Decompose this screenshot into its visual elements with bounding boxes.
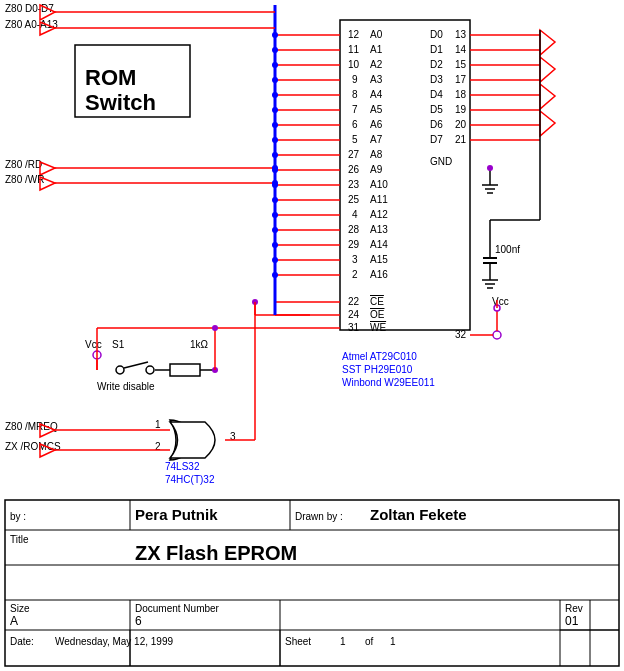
svg-text:10: 10: [348, 59, 360, 70]
svg-text:21: 21: [455, 134, 467, 145]
svg-text:D0: D0: [430, 29, 443, 40]
svg-text:A15: A15: [370, 254, 388, 265]
svg-text:D6: D6: [430, 119, 443, 130]
svg-text:28: 28: [348, 224, 360, 235]
svg-text:A9: A9: [370, 164, 383, 175]
svg-text:Date:: Date:: [10, 636, 34, 647]
svg-text:D7: D7: [430, 134, 443, 145]
svg-text:Pera Putnik: Pera Putnik: [135, 506, 218, 523]
svg-text:Atmel AT29C010: Atmel AT29C010: [342, 351, 417, 362]
svg-point-151: [272, 137, 278, 143]
svg-point-179: [146, 366, 154, 374]
svg-text:12: 12: [348, 29, 360, 40]
svg-text:A14: A14: [370, 239, 388, 250]
svg-text:Sheet: Sheet: [285, 636, 311, 647]
svg-text:Z80 /MREQ: Z80 /MREQ: [5, 421, 58, 432]
svg-text:A12: A12: [370, 209, 388, 220]
svg-point-190: [212, 325, 218, 331]
svg-text:17: 17: [455, 74, 467, 85]
svg-text:Winbond W29EE011: Winbond W29EE011: [342, 377, 435, 388]
svg-text:1: 1: [155, 419, 161, 430]
svg-text:SST PH29E010: SST PH29E010: [342, 364, 413, 375]
svg-text:A3: A3: [370, 74, 383, 85]
svg-text:by :: by :: [10, 511, 26, 522]
svg-text:A2: A2: [370, 59, 383, 70]
svg-point-147: [272, 77, 278, 83]
svg-point-144: [272, 32, 278, 38]
schematic-container: 12 A0 11 A1 10 A2 9 A3 8 A4 7 A5 6 A6 5 …: [0, 0, 624, 671]
svg-text:ROM: ROM: [85, 65, 136, 90]
svg-point-167: [272, 165, 278, 171]
svg-text:D4: D4: [430, 89, 443, 100]
svg-text:GND: GND: [430, 156, 452, 167]
svg-point-156: [272, 212, 278, 218]
svg-text:20: 20: [455, 119, 467, 130]
svg-text:WE: WE: [370, 322, 386, 333]
svg-text:6: 6: [352, 119, 358, 130]
svg-point-145: [272, 47, 278, 53]
svg-text:1: 1: [340, 636, 346, 647]
svg-text:Document Number: Document Number: [135, 603, 220, 614]
svg-point-157: [272, 227, 278, 233]
svg-point-148: [272, 92, 278, 98]
svg-text:ZX Flash EPROM: ZX Flash EPROM: [135, 542, 297, 564]
svg-text:100nf: 100nf: [495, 244, 520, 255]
svg-text:Z80 A0-A13: Z80 A0-A13: [5, 19, 58, 30]
svg-text:2: 2: [352, 269, 358, 280]
svg-point-171: [272, 180, 278, 186]
svg-text:A: A: [10, 614, 18, 628]
svg-point-158: [272, 242, 278, 248]
svg-text:A7: A7: [370, 134, 383, 145]
svg-text:1kΩ: 1kΩ: [190, 339, 209, 350]
svg-text:A10: A10: [370, 179, 388, 190]
svg-text:26: 26: [348, 164, 360, 175]
svg-text:A4: A4: [370, 89, 383, 100]
svg-text:D3: D3: [430, 74, 443, 85]
svg-point-155: [272, 197, 278, 203]
svg-text:Write disable: Write disable: [97, 381, 155, 392]
svg-text:D1: D1: [430, 44, 443, 55]
svg-text:9: 9: [352, 74, 358, 85]
svg-text:74LS32: 74LS32: [165, 461, 200, 472]
svg-text:25: 25: [348, 194, 360, 205]
svg-text:13: 13: [455, 29, 467, 40]
svg-text:OE: OE: [370, 309, 385, 320]
svg-text:Z80 /RD: Z80 /RD: [5, 159, 42, 170]
svg-text:31: 31: [348, 322, 360, 333]
svg-text:A5: A5: [370, 104, 383, 115]
svg-text:22: 22: [348, 296, 360, 307]
svg-point-152: [272, 152, 278, 158]
svg-text:1: 1: [390, 636, 396, 647]
svg-point-146: [272, 62, 278, 68]
svg-text:Switch: Switch: [85, 90, 156, 115]
svg-text:74HC(T)32: 74HC(T)32: [165, 474, 215, 485]
svg-point-91: [487, 165, 493, 171]
svg-text:15: 15: [455, 59, 467, 70]
svg-text:18: 18: [455, 89, 467, 100]
svg-text:Drawn by :: Drawn by :: [295, 511, 343, 522]
svg-text:24: 24: [348, 309, 360, 320]
svg-point-159: [272, 257, 278, 263]
svg-text:01: 01: [565, 614, 579, 628]
svg-text:Wednesday, May 12, 1999: Wednesday, May 12, 1999: [55, 636, 173, 647]
svg-text:Z80 /WR: Z80 /WR: [5, 174, 44, 185]
svg-point-149: [272, 107, 278, 113]
svg-text:of: of: [365, 636, 374, 647]
svg-text:7: 7: [352, 104, 358, 115]
svg-text:Rev: Rev: [565, 603, 583, 614]
svg-text:4: 4: [352, 209, 358, 220]
svg-rect-1: [340, 20, 470, 330]
svg-point-101: [493, 331, 501, 339]
svg-text:Zoltan Fekete: Zoltan Fekete: [370, 506, 467, 523]
svg-text:A0: A0: [370, 29, 383, 40]
svg-text:D5: D5: [430, 104, 443, 115]
svg-text:6: 6: [135, 614, 142, 628]
svg-text:A13: A13: [370, 224, 388, 235]
svg-text:A8: A8: [370, 149, 383, 160]
svg-point-178: [116, 366, 124, 374]
svg-text:A16: A16: [370, 269, 388, 280]
svg-point-150: [272, 122, 278, 128]
svg-point-160: [272, 272, 278, 278]
svg-text:23: 23: [348, 179, 360, 190]
svg-text:D2: D2: [430, 59, 443, 70]
